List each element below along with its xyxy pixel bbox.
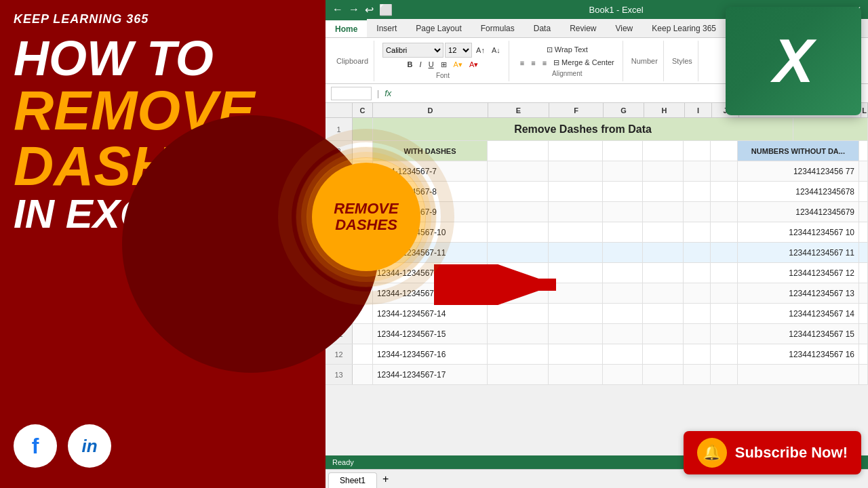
- status-text: Ready: [332, 458, 354, 466]
- alignment-group: ⊡ Wrap Text ≡ ≡ ≡ ⊟ Merge & Center Align…: [512, 41, 623, 81]
- col-c: C: [353, 103, 373, 117]
- data-row-9: 12 12344-1234567-16 123441234567 16: [326, 344, 868, 365]
- add-sheet-btn[interactable]: +: [377, 470, 394, 488]
- data-row-0: 3 1234-1234567-7 12344123456 77: [326, 161, 868, 182]
- data-row-8: 11 12344-1234567-15 123441234567 15: [326, 324, 868, 344]
- bold-btn[interactable]: B: [405, 59, 416, 70]
- alignment-label: Alignment: [552, 70, 582, 77]
- tab-home[interactable]: Home: [326, 19, 367, 37]
- subscribe-label: Subscribe Now!: [735, 444, 848, 462]
- row-num-1: 1: [326, 118, 353, 140]
- align-center-btn[interactable]: ≡: [528, 57, 538, 68]
- header-with-dashes: WITH DASHES: [373, 141, 488, 161]
- cell-l2: [859, 141, 868, 161]
- cell-e2: [488, 141, 549, 161]
- tab-keeplearning[interactable]: Keep Learing 365: [642, 19, 726, 37]
- badge-line2: DASHES: [335, 217, 397, 233]
- cell-i2: [684, 141, 711, 161]
- tab-data[interactable]: Data: [524, 19, 560, 37]
- arrow-overlay: [434, 264, 570, 308]
- remove-dashes-badge: REMOVE DASHES: [312, 163, 420, 271]
- data-row-10: 13 12344-1234567-17: [326, 365, 868, 385]
- col-d: D: [373, 103, 488, 117]
- header-without-dashes: NUMBERS WITHOUT DA...: [738, 141, 859, 161]
- without-dashes-0: 12344123456 77: [738, 161, 859, 181]
- align-right-btn[interactable]: ≡: [540, 57, 549, 68]
- data-row-7: 10 12344-1234567-14 123441234567 14: [326, 304, 868, 324]
- clipboard-group: Clipboard: [331, 41, 374, 81]
- font-label: Font: [436, 72, 450, 79]
- bell-icon: 🔔: [697, 438, 727, 468]
- corner-cell: [326, 103, 353, 117]
- col-h: H: [644, 103, 685, 117]
- styles-group: Styles: [667, 41, 698, 81]
- direction-arrow: [434, 264, 570, 305]
- align-left-btn[interactable]: ≡: [517, 57, 527, 68]
- tab-review[interactable]: Review: [560, 19, 606, 37]
- header-row: 2 WITH DASHES NUMBERS WITHOUT DA...: [326, 141, 868, 161]
- underline-btn[interactable]: U: [426, 59, 437, 70]
- merge-center-btn[interactable]: ⊟ Merge & Center: [551, 57, 617, 68]
- fill-color-btn[interactable]: A▾: [451, 59, 465, 70]
- facebook-icon[interactable]: f: [14, 424, 57, 468]
- name-box[interactable]: [331, 87, 372, 100]
- data-row-5: 8 12344-1234567-12 123441234567 12: [326, 263, 868, 283]
- font-size-select[interactable]: 12: [445, 43, 472, 58]
- brand-label: KEEP LEARNING 365: [14, 12, 149, 26]
- tab-insert[interactable]: Insert: [367, 19, 406, 37]
- social-icons: f in: [14, 424, 111, 468]
- font-group: Calibri 12 A↑ A↓ B I U ⊞ A▾ A▾ Font: [377, 41, 509, 81]
- number-group: Number: [626, 41, 664, 81]
- tab-formulas[interactable]: Formulas: [471, 19, 524, 37]
- cell-c2: [353, 141, 373, 161]
- font-family-select[interactable]: Calibri: [382, 43, 443, 58]
- cell-g2: [603, 141, 644, 161]
- cell-f2: [549, 141, 603, 161]
- tab-pagelayout[interactable]: Page Layout: [406, 19, 471, 37]
- italic-btn[interactable]: I: [417, 59, 425, 70]
- col-g: G: [604, 103, 644, 117]
- left-panel: KEEP LEARNING 365 HOW TO REMOVE DASHES I…: [0, 0, 326, 488]
- wrap-text-btn[interactable]: ⊡ Wrap Text: [544, 44, 591, 56]
- cell-c1: [353, 118, 373, 140]
- fx-label: fx: [384, 88, 391, 98]
- decrease-font-btn[interactable]: A↓: [489, 43, 503, 58]
- subscribe-bar[interactable]: 🔔 Subscribe Now!: [684, 431, 861, 474]
- tab-view[interactable]: View: [606, 19, 642, 37]
- title-line1: HOW TO: [14, 34, 312, 83]
- excel-logo: X: [719, 0, 868, 122]
- data-row-6: 9 12344-1234567-13 123441234567 13: [326, 283, 868, 304]
- badge-line1: REMOVE: [334, 201, 398, 217]
- col-i: I: [685, 103, 712, 117]
- linkedin-icon[interactable]: in: [68, 424, 111, 468]
- cell-j2: [711, 141, 738, 161]
- excel-x-icon: X: [773, 26, 814, 96]
- borders-btn[interactable]: ⊞: [438, 59, 450, 70]
- cell-h2: [643, 141, 684, 161]
- sheet1-tab[interactable]: Sheet1: [328, 472, 377, 488]
- increase-font-btn[interactable]: A↑: [473, 43, 488, 58]
- col-e: E: [488, 103, 549, 117]
- col-f: F: [549, 103, 604, 117]
- font-color-btn[interactable]: A▾: [467, 59, 481, 70]
